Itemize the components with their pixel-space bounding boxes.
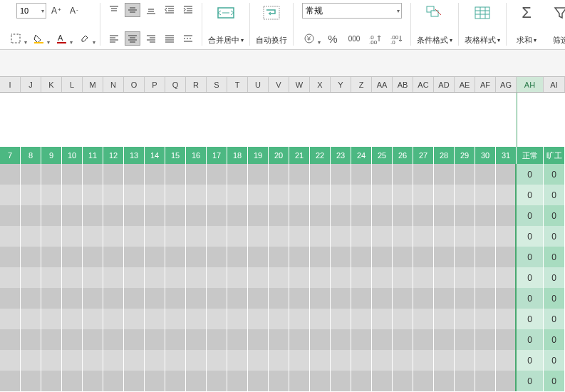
data-cell[interactable] <box>289 164 310 185</box>
data-cell[interactable] <box>0 226 21 247</box>
data-cell[interactable] <box>145 205 165 226</box>
data-cell[interactable] <box>165 247 186 267</box>
data-cell[interactable] <box>289 267 310 288</box>
data-cell[interactable] <box>310 309 331 329</box>
data-cell[interactable] <box>145 329 165 350</box>
day-header[interactable]: 22 <box>310 147 331 164</box>
data-cell[interactable] <box>310 164 331 185</box>
data-cell[interactable] <box>475 164 496 185</box>
day-header[interactable]: 7 <box>0 147 21 164</box>
data-cell[interactable] <box>413 205 434 226</box>
data-cell[interactable] <box>62 164 83 185</box>
data-cell[interactable] <box>393 371 413 391</box>
data-cell[interactable] <box>331 371 351 391</box>
percent-button[interactable]: % <box>325 31 341 46</box>
data-cell[interactable] <box>62 329 83 350</box>
data-cell[interactable] <box>227 185 248 205</box>
data-cell[interactable] <box>186 226 207 247</box>
data-cell[interactable] <box>351 329 372 350</box>
align-left-button[interactable] <box>106 31 122 46</box>
data-cell[interactable] <box>413 329 434 350</box>
column-header[interactable]: I <box>0 77 21 92</box>
data-cell[interactable] <box>434 329 455 350</box>
data-cell[interactable] <box>413 185 434 205</box>
data-cell[interactable] <box>103 309 124 329</box>
data-cell[interactable] <box>41 329 62 350</box>
data-cell[interactable] <box>103 329 124 350</box>
column-header[interactable]: W <box>289 77 310 92</box>
data-cell[interactable] <box>351 288 372 309</box>
data-cell[interactable] <box>496 329 517 350</box>
data-cell[interactable] <box>0 371 21 391</box>
normal-cell[interactable]: 0 <box>517 205 544 226</box>
data-cell[interactable] <box>227 164 248 185</box>
data-cell[interactable] <box>289 350 310 371</box>
data-cell[interactable] <box>331 350 351 371</box>
data-cell[interactable] <box>83 185 103 205</box>
data-cell[interactable] <box>289 205 310 226</box>
day-header[interactable]: 26 <box>393 147 413 164</box>
data-cell[interactable] <box>165 288 186 309</box>
data-cell[interactable] <box>434 247 455 267</box>
data-cell[interactable] <box>269 164 289 185</box>
number-format-select[interactable]: 常规 ▾ <box>302 3 402 19</box>
day-header[interactable]: 31 <box>496 147 517 164</box>
day-header[interactable]: 10 <box>62 147 83 164</box>
data-cell[interactable] <box>455 164 475 185</box>
align-center-button[interactable] <box>125 31 140 46</box>
data-cell[interactable] <box>434 309 455 329</box>
data-cell[interactable] <box>21 371 41 391</box>
data-cell[interactable] <box>0 205 21 226</box>
day-header[interactable]: 28 <box>434 147 455 164</box>
data-cell[interactable] <box>21 329 41 350</box>
normal-cell[interactable]: 0 <box>517 226 544 247</box>
data-cell[interactable] <box>145 309 165 329</box>
data-cell[interactable] <box>83 164 103 185</box>
data-cell[interactable] <box>165 185 186 205</box>
data-cell[interactable] <box>124 185 145 205</box>
data-cell[interactable] <box>103 247 124 267</box>
column-header[interactable]: X <box>310 77 331 92</box>
data-cell[interactable] <box>124 350 145 371</box>
data-cell[interactable] <box>21 226 41 247</box>
blank-area[interactable] <box>0 93 565 147</box>
data-cell[interactable] <box>413 288 434 309</box>
data-cell[interactable] <box>393 329 413 350</box>
data-cell[interactable] <box>83 226 103 247</box>
data-cell[interactable] <box>83 309 103 329</box>
data-cell[interactable] <box>434 288 455 309</box>
data-cell[interactable] <box>165 226 186 247</box>
column-header[interactable]: M <box>83 77 103 92</box>
data-cell[interactable] <box>475 185 496 205</box>
data-cell[interactable] <box>393 309 413 329</box>
data-cell[interactable] <box>289 226 310 247</box>
data-cell[interactable] <box>475 371 496 391</box>
column-header[interactable]: K <box>41 77 62 92</box>
data-cell[interactable] <box>62 247 83 267</box>
sum-button[interactable]: Σ <box>515 3 538 23</box>
data-cell[interactable] <box>124 329 145 350</box>
wrap-text-button[interactable] <box>260 3 283 23</box>
normal-cell[interactable]: 0 <box>517 247 544 267</box>
data-cell[interactable] <box>455 226 475 247</box>
data-cell[interactable] <box>331 226 351 247</box>
data-cell[interactable] <box>21 309 41 329</box>
data-cell[interactable] <box>496 371 517 391</box>
data-cell[interactable] <box>310 350 331 371</box>
data-cell[interactable] <box>62 288 83 309</box>
data-cell[interactable] <box>124 226 145 247</box>
normal-cell[interactable]: 0 <box>517 309 544 329</box>
data-cell[interactable] <box>145 226 165 247</box>
data-cell[interactable] <box>434 185 455 205</box>
justify-button[interactable] <box>162 31 177 46</box>
data-cell[interactable] <box>434 350 455 371</box>
data-cell[interactable] <box>455 185 475 205</box>
increase-decimal-button[interactable]: .0.00 <box>368 31 383 46</box>
column-header[interactable]: V <box>269 77 289 92</box>
data-cell[interactable] <box>310 288 331 309</box>
day-header[interactable]: 30 <box>475 147 496 164</box>
data-cell[interactable] <box>186 350 207 371</box>
data-cell[interactable] <box>496 350 517 371</box>
data-cell[interactable] <box>372 309 393 329</box>
align-right-button[interactable] <box>143 31 159 46</box>
